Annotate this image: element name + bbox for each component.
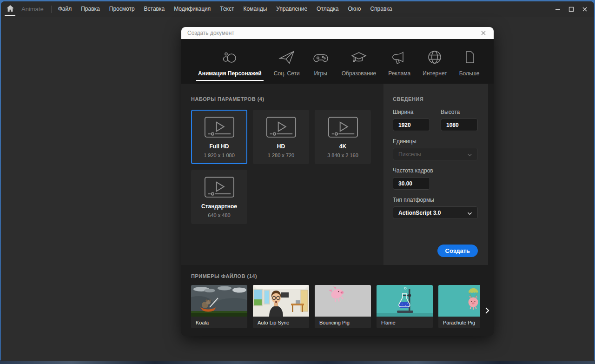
gamepad-icon [312,48,330,66]
tab-label: Анимация Персонажей [198,70,262,77]
sample-file-card[interactable]: Flame [377,285,433,328]
width-input[interactable] [393,119,430,131]
paper-plane-icon [278,48,296,66]
details-panel: СВЕДЕНИЯ Ширина Высота Единицы Пикселы [383,84,488,265]
platform-select[interactable]: ActionScript 3.0 [393,206,478,219]
tab-label: Соц. Сети [274,70,300,77]
menu-item[interactable]: Просмотр [105,1,139,17]
chevron-down-icon [467,150,472,159]
platform-label: Тип платформы [393,197,478,203]
megaphone-icon [390,48,408,66]
minimize-button[interactable] [551,4,564,14]
sample-label: Parachute Pig [438,317,480,328]
create-button[interactable]: Создать [437,245,478,257]
preset-dimensions: 3 840 x 2 160 [327,152,358,158]
tab-label: Интернет [423,70,447,77]
sample-file-card[interactable]: Auto Lip Sync [253,285,309,328]
desktop-taskbar-strip [0,360,595,364]
category-tab[interactable]: Игры [306,39,336,84]
units-label: Единицы [393,138,478,145]
category-tab[interactable]: Образование [336,39,382,84]
chevron-down-icon [467,209,472,217]
presets-header: НАБОРЫ ПАРАМЕТРОВ (4) [191,96,383,102]
menu-item[interactable]: Команды [239,1,272,17]
preset-card[interactable]: 4K 3 840 x 2 160 [315,110,371,164]
menu-items: ФайлПравкаПросмотрВставкаМодификацияТекс… [53,1,397,17]
home-active-underline [5,15,15,16]
samples-header: ПРИМЕРЫ ФАЙЛОВ (14) [191,273,494,279]
samples-section: ПРИМЕРЫ ФАЙЛОВ (14) Koala Auto Lip Sync [181,265,494,336]
video-preset-icon [204,116,235,141]
sample-file-card[interactable]: Koala [191,285,247,328]
video-preset-icon [328,116,358,141]
preset-name: 4K [339,143,346,150]
chevron-right-icon [486,308,489,313]
dialog-content: НАБОРЫ ПАРАМЕТРОВ (4) Full HD 1 920 x 1 … [181,84,494,265]
menu-item[interactable]: Вставка [139,1,170,17]
height-label: Высота [441,109,478,115]
menu-item[interactable]: Модификация [169,1,215,17]
tab-label: Реклама [388,70,410,77]
preset-card[interactable]: Стандартное 640 x 480 [191,170,247,224]
tab-label: Образование [342,70,376,77]
window-controls [551,4,591,14]
sample-label: Koala [191,317,247,328]
menu-item[interactable]: Отладка [312,1,343,17]
framerate-input[interactable] [393,177,430,190]
category-tab[interactable]: Больше [453,39,486,84]
preset-name: Full HD [210,143,229,150]
menu-item[interactable]: Правка [76,1,105,17]
menu-item[interactable]: Окно [344,1,366,17]
close-dialog-button[interactable] [479,29,488,37]
character-animation-icon [221,48,238,66]
presets-section: НАБОРЫ ПАРАМЕТРОВ (4) Full HD 1 920 x 1 … [181,84,383,265]
menu-item[interactable]: Текст [215,1,238,17]
video-preset-icon [204,176,235,201]
home-icon [6,5,14,14]
details-header: СВЕДЕНИЯ [393,96,478,102]
document-icon [461,48,478,66]
maximize-button[interactable] [564,4,578,14]
dialog-title: Создать документ [187,30,234,36]
sample-label: Flame [377,317,433,328]
dimensions-row: Ширина Высота [393,102,478,131]
video-preset-icon [266,116,297,141]
menubar-divider [51,6,52,13]
preset-card[interactable]: HD 1 280 x 720 [253,110,309,164]
category-tab[interactable]: Интернет [416,39,453,84]
platform-value: ActionScript 3.0 [398,210,441,216]
preset-grid: Full HD 1 920 x 1 080 HD 1 280 x 720 4K [191,110,377,224]
category-tab[interactable]: Соц. Сети [268,39,306,84]
menu-bar: Animate ФайлПравкаПросмотрВставкаМодифик… [1,1,594,17]
close-window-button[interactable] [578,4,591,14]
app-name: Animate [21,6,44,13]
graduation-cap-icon [350,48,368,66]
menu-item[interactable]: Управление [271,1,312,17]
preset-name: Стандартное [201,203,237,210]
category-tab[interactable]: Реклама [382,39,416,84]
samples-row: Koala Auto Lip Sync Bouncing Pig [191,285,480,328]
sample-file-card[interactable]: Parachute Pig [438,285,480,328]
dialog-body: Анимация Персонажей Соц. Сети Игры Образ… [181,39,494,336]
samples-next-button[interactable] [483,305,491,316]
menu-item[interactable]: Справка [365,1,397,17]
create-document-dialog: Создать документ Анимация Персонажей Соц… [181,27,494,336]
tab-label: Игры [314,70,327,77]
sample-label: Bouncing Pig [315,317,371,328]
preset-dimensions: 1 280 x 720 [268,152,295,158]
panel-divider-line [9,18,9,361]
parachutepig-thumb [438,285,480,317]
preset-card[interactable]: Full HD 1 920 x 1 080 [191,110,247,164]
tab-label: Больше [459,70,480,77]
home-button[interactable] [1,1,20,17]
width-label: Ширина [393,109,430,115]
koala-thumb [191,285,247,317]
globe-icon [426,48,443,66]
units-select[interactable]: Пикселы [393,148,478,160]
preset-name: HD [277,143,285,150]
height-input[interactable] [441,119,478,131]
category-tab[interactable]: Анимация Персонажей [192,39,268,84]
sample-file-card[interactable]: Bouncing Pig [315,285,371,328]
autolipsync-thumb [253,285,309,317]
menu-item[interactable]: Файл [53,1,77,17]
